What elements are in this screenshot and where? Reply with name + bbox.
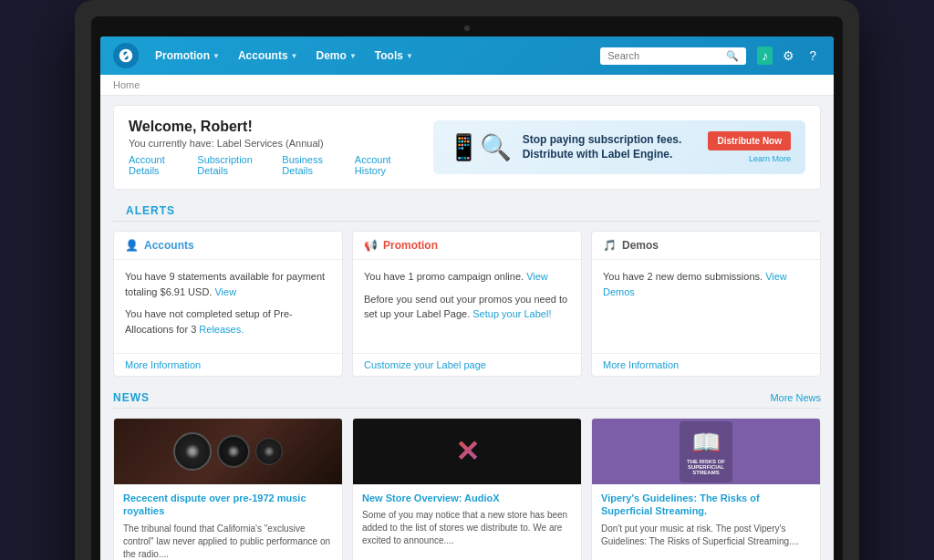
audiox-logo: ✕ bbox=[455, 434, 480, 469]
more-news-link[interactable]: More News bbox=[770, 392, 821, 403]
alert-card-promo-header: 📢 Promotion bbox=[353, 232, 581, 260]
alert-card-accounts-header: 👤 Accounts bbox=[114, 232, 342, 260]
welcome-links: Account Details Subscription Details Bus… bbox=[129, 154, 415, 176]
accounts-more-info-link[interactable]: More Information bbox=[125, 359, 201, 370]
distribute-now-button[interactable]: Distribute Now bbox=[708, 131, 791, 150]
subscription-details-link[interactable]: Subscription Details bbox=[197, 154, 273, 176]
learn-more-button[interactable]: Learn More bbox=[749, 154, 791, 163]
promo-icon: 📢 bbox=[364, 239, 378, 252]
account-history-link[interactable]: Account History bbox=[355, 154, 415, 176]
news-body-royalties: The tribunal found that California's "ex… bbox=[123, 523, 333, 560]
nav-promotion[interactable]: Promotion ▼ bbox=[148, 36, 227, 75]
screen-bezel: Promotion ▼ Accounts ▼ Demo ▼ Tools ▼ bbox=[91, 16, 843, 560]
nav-accounts[interactable]: Accounts ▼ bbox=[231, 36, 306, 75]
news-card-vipery-content: Vipery's Guidelines: The Risks of Superf… bbox=[592, 484, 820, 555]
news-card-royalties[interactable]: Rececent dispute over pre-1972 music roy… bbox=[113, 418, 343, 560]
news-header-row: NEWS More News bbox=[113, 386, 821, 409]
alert-card-demos: 🎵 Demos You have 2 new demo submissions.… bbox=[591, 231, 821, 377]
logo[interactable] bbox=[113, 43, 139, 68]
dropdown-arrow: ▼ bbox=[349, 52, 357, 60]
alert-card-promotion: 📢 Promotion You have 1 promo campaign on… bbox=[352, 231, 582, 377]
nav-icon-group: ♪ ⚙ ? bbox=[757, 47, 821, 65]
promo-banner: 📱🔍 Stop paying subscription fees. Distri… bbox=[433, 120, 805, 174]
news-card-audiox-content: New Store Overview: AudioX Some of you m… bbox=[353, 484, 581, 555]
person-icon: 👤 bbox=[125, 239, 139, 252]
promo-headline: Stop paying subscription fees. Distribut… bbox=[523, 133, 698, 161]
help-icon-button[interactable]: ? bbox=[804, 47, 821, 65]
news-card-audiox[interactable]: ✕ New Store Overview: AudioX Some of you… bbox=[352, 418, 582, 560]
setup-label-link[interactable]: Setup your Label! bbox=[472, 308, 551, 319]
alert-card-demos-header: 🎵 Demos bbox=[592, 232, 820, 260]
welcome-title: Welcome, Robert! bbox=[129, 119, 415, 135]
nav-tools[interactable]: Tools ▼ bbox=[368, 36, 420, 75]
releases-link[interactable]: Releases. bbox=[199, 324, 244, 335]
news-title-royalties: Rececent dispute over pre-1972 music roy… bbox=[123, 492, 333, 518]
alert-card-demos-body: You have 2 new demo submissions. View De… bbox=[592, 260, 820, 353]
alert-card-accounts: 👤 Accounts You have 9 statements availab… bbox=[113, 231, 343, 377]
news-image-vipery: 📖 THE RISKS OFSUPERFICIALSTREAMS bbox=[592, 419, 820, 484]
music-icon-button[interactable]: ♪ bbox=[757, 47, 773, 65]
business-details-link[interactable]: Business Details bbox=[282, 154, 345, 176]
camera bbox=[464, 26, 470, 31]
news-body-audiox: Some of you may notice that a new store … bbox=[362, 509, 572, 547]
search-input[interactable] bbox=[607, 50, 721, 61]
welcome-text: Welcome, Robert! You currently have: Lab… bbox=[129, 119, 415, 176]
alert-card-promo-footer: Customize your Label page bbox=[353, 353, 581, 376]
search-icon: 🔍 bbox=[726, 50, 739, 62]
news-title-vipery: Vipery's Guidelines: The Risks of Superf… bbox=[601, 492, 811, 518]
promo-view-link[interactable]: View bbox=[526, 271, 548, 282]
news-title-audiox: New Store Overview: AudioX bbox=[362, 492, 572, 504]
alerts-grid: 👤 Accounts You have 9 statements availab… bbox=[113, 231, 821, 377]
alert-card-accounts-footer: More Information bbox=[114, 353, 342, 376]
promo-text: Stop paying subscription fees. Distribut… bbox=[523, 133, 698, 161]
nav-demo[interactable]: Demo ▼ bbox=[309, 36, 364, 75]
dropdown-arrow: ▼ bbox=[406, 52, 413, 60]
search-bar: 🔍 bbox=[600, 47, 746, 65]
promo-illustration: 📱🔍 bbox=[448, 132, 512, 162]
settings-icon-button[interactable]: ⚙ bbox=[778, 47, 799, 65]
news-section-header: NEWS bbox=[113, 391, 150, 404]
news-card-vipery[interactable]: 📖 THE RISKS OFSUPERFICIALSTREAMS Vipery'… bbox=[591, 418, 821, 560]
news-image-royalties bbox=[114, 419, 342, 484]
alert-card-accounts-body: You have 9 statements available for paym… bbox=[114, 260, 342, 353]
laptop-shell: Promotion ▼ Accounts ▼ Demo ▼ Tools ▼ bbox=[75, 0, 859, 560]
dropdown-arrow: ▼ bbox=[291, 52, 298, 60]
breadcrumb: Home bbox=[100, 75, 834, 96]
alerts-section-header: ALERTS bbox=[113, 199, 821, 222]
news-image-audiox: ✕ bbox=[353, 419, 581, 484]
navbar: Promotion ▼ Accounts ▼ Demo ▼ Tools ▼ bbox=[100, 36, 834, 75]
news-grid: Rececent dispute over pre-1972 music roy… bbox=[113, 418, 821, 560]
customize-label-link[interactable]: Customize your Label page bbox=[364, 359, 486, 370]
dropdown-arrow: ▼ bbox=[213, 52, 220, 60]
welcome-section: Welcome, Robert! You currently have: Lab… bbox=[113, 105, 821, 190]
alert-card-promo-body: You have 1 promo campaign online. View B… bbox=[353, 260, 581, 353]
accounts-view-link[interactable]: View bbox=[214, 286, 236, 297]
screen: Promotion ▼ Accounts ▼ Demo ▼ Tools ▼ bbox=[100, 36, 834, 560]
demos-icon: 🎵 bbox=[603, 239, 617, 252]
news-body-vipery: Don't put your music at risk. The post V… bbox=[601, 523, 811, 548]
news-card-royalties-content: Rececent dispute over pre-1972 music roy… bbox=[114, 484, 342, 560]
welcome-subtitle: You currently have: Label Services (Annu… bbox=[129, 138, 415, 149]
view-demos-link[interactable]: View Demos bbox=[603, 271, 787, 297]
demos-more-info-link[interactable]: More Information bbox=[603, 359, 679, 370]
alert-card-demos-footer: More Information bbox=[592, 353, 820, 376]
account-details-link[interactable]: Account Details bbox=[129, 154, 188, 176]
promo-buttons: Distribute Now Learn More bbox=[708, 131, 791, 163]
